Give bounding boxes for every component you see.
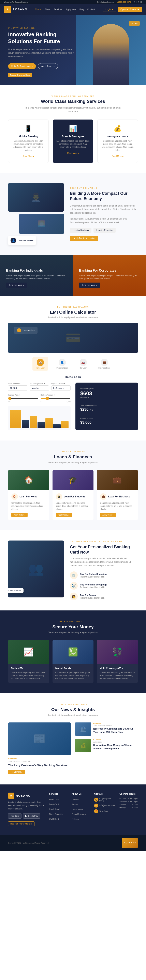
apply-today-button[interactable]: Apply Today ▷	[38, 63, 58, 69]
apply-account-button[interactable]: Apply For An Account ▸	[70, 235, 98, 241]
footer-press-link[interactable]: Press Releases	[72, 813, 86, 815]
app-store-btn[interactable]: App Store	[8, 813, 22, 819]
footer-news-link[interactable]: Latest News	[72, 808, 83, 810]
mobile-banking-readmore[interactable]: Read More ▸	[22, 155, 34, 158]
news-subtitle: Amet elit adipiscing dignissim molestiae…	[8, 714, 138, 716]
nav-contact[interactable]: Contact	[87, 8, 95, 11]
female-icon: 👩	[70, 593, 78, 600]
nav-home[interactable]: Home	[36, 8, 41, 11]
day-2: Saturday	[119, 800, 127, 803]
individuals-btn[interactable]: Find Out More ▸	[6, 283, 27, 288]
economy-title: Building A More Compact Our Future Econo…	[70, 191, 138, 201]
footer-fixed-link[interactable]: Fixed Deposits	[49, 813, 63, 815]
leasing-solutions-button[interactable]: Leasing Solutions	[70, 228, 92, 233]
personal-content: GET YOUR PERSONALIZED BANKING CARD Get Y…	[70, 541, 138, 600]
branch-strategies-title: Branch Strategies	[56, 135, 90, 138]
tab-car-loan[interactable]: 🚗 Car Loan	[76, 357, 90, 371]
calc-inputs: Loan Amount ● No. of Payments ● Payment …	[8, 383, 71, 391]
time-1: 9 am - 6 pm	[128, 797, 138, 800]
footer-debit-link[interactable]: Debit Card	[49, 803, 59, 806]
footer-credit-link[interactable]: Credit Card	[49, 808, 60, 810]
footer-company-col: R ROSANO Amet elit adipiscing malesuada …	[8, 792, 45, 826]
emi-section: EMI ONLINE CALCULATOR EMI Online Calcula…	[0, 296, 146, 441]
emi-tag: EMI ONLINE CALCULATOR	[8, 306, 138, 308]
footer-contact-title: Contact	[94, 792, 115, 795]
payments-input[interactable]	[30, 385, 49, 391]
services-grid: 📱 Mobile Banking Consectetur adipiscing …	[8, 119, 138, 163]
trades-desc: Consectetur adipiscing elit. Nam ipsum d…	[11, 671, 46, 680]
mobile-banking-title: Mobile Banking	[11, 135, 45, 138]
interest-rate-slider[interactable]	[8, 397, 38, 400]
payment-mode-input[interactable]	[51, 385, 71, 391]
instagram-icon[interactable]: ig	[140, 1, 142, 3]
loans-section: LOANS & FINANCES Loans & Finances Blandi…	[0, 441, 146, 530]
tab-business-loan[interactable]: 💼 Business Loan	[95, 357, 113, 371]
balloon-amount-group: Balloon Amount $3,000	[80, 418, 133, 425]
student-loan-apply-btn[interactable]: Apply Today ▸	[56, 513, 72, 517]
secure-card-currency: 💱 Multi Currency A/Cs Consectetur adipis…	[97, 640, 138, 683]
payment-option-offline: ✈️ Pay for offline Shoppings Proin vulpu…	[70, 582, 138, 590]
nav-about[interactable]: About	[45, 8, 50, 11]
home-loan-icon: 🏠	[11, 493, 18, 500]
google-play-btn[interactable]: ▶ Google Play	[23, 813, 40, 819]
shopping-icon: 🛒	[70, 571, 78, 579]
business-loan-desc: Consectetur adipiscing elit. Nam ipsum d…	[100, 501, 135, 511]
contact-email-address: info@rosano.com	[99, 804, 115, 807]
tab-home-loan[interactable]: 🏠 Home Loan	[33, 357, 49, 371]
news-item-1-tag: BANKING	[93, 722, 138, 724]
home-loan-image: 🏠	[8, 470, 49, 490]
industry-expertise-button[interactable]: Industry Expertise	[94, 228, 115, 233]
loans-title: Loans & Finances	[8, 454, 138, 460]
nav-services[interactable]: Services	[54, 8, 62, 11]
total-interest-label: Total Interest Amount	[80, 404, 133, 407]
payments-group: No. of Payments ●	[30, 383, 49, 391]
nav-apply[interactable]: Apply Now	[66, 8, 76, 11]
loan-amount-input[interactable]	[8, 385, 27, 391]
mutual-desc: Consectetur adipiscing elit. Nam ipsum d…	[55, 671, 91, 680]
loans-tag: LOANS & FINANCES	[8, 451, 138, 453]
footer-careers-link[interactable]: Careers	[72, 799, 79, 801]
appointment-button[interactable]: Make An Appointment ▸	[8, 63, 36, 69]
mutual-image: 💹	[52, 640, 94, 664]
corporates-btn[interactable]: Find Out More ▸	[79, 283, 100, 288]
tab-personal-loan[interactable]: 👤 Personal Loan	[53, 357, 71, 371]
open-account-button[interactable]: Open An Account ▸	[118, 7, 142, 12]
login-button[interactable]: Login ▼	[103, 7, 116, 12]
news-main-date: JUNE 2023 • 3 COMMENTS	[8, 760, 71, 762]
register-complaint-btn[interactable]: Register Your Complaint	[8, 821, 35, 826]
emi-subtitle: Amet elit adipiscing dignissim molestiae…	[8, 316, 138, 318]
nav-blog[interactable]: Blog	[80, 8, 84, 11]
balloon-slider[interactable]	[41, 397, 71, 400]
hero-image-area: 💳 Card	[76, 15, 146, 85]
banking-for-section: Banking For Individuals Consectetur adip…	[0, 255, 146, 296]
footer-desc: Amet elit adipiscing malesuada dolor sem…	[8, 801, 45, 810]
topbar-phone[interactable]: +1 (234) 565-0075	[116, 1, 131, 3]
footer-umo-link[interactable]: UMO Card	[49, 818, 59, 820]
linkedin-icon[interactable]: in	[138, 1, 139, 3]
saving-accounts-readmore[interactable]: Read More ▸	[112, 155, 123, 158]
footer-policies-link[interactable]: Policies	[72, 818, 78, 820]
facebook-icon[interactable]: f	[134, 1, 135, 3]
tab-home-loan-label: Home Loan	[36, 367, 45, 369]
google-play-label: Google Play	[28, 815, 38, 817]
branch-strategies-readmore[interactable]: Read More ▸	[67, 152, 78, 154]
twitter-icon[interactable]: t	[136, 1, 137, 3]
payments-label: No. of Payments ●	[30, 383, 49, 385]
balloon-amount-value: $3,000	[80, 420, 133, 425]
loan-card-student: 🎓 🎓 Loan For Students Consectetur adipis…	[52, 470, 94, 520]
news-read-more-btn[interactable]: Read More ▸	[8, 770, 25, 774]
secure-card-trades: 📈 Trades FD Consectetur adipiscing elit.…	[8, 640, 49, 683]
app-store-label: App Store	[11, 815, 19, 817]
home-loan-apply-btn[interactable]: Apply Today ▸	[11, 513, 28, 517]
copyright-text: Copyright © 2024 by Rosano. All Rights R…	[8, 842, 49, 844]
currency-image: 💱	[97, 640, 138, 664]
news-sidebar: 🏦 BANKING JUNE 2022 • 3 Comments Never W…	[75, 722, 138, 752]
mobile-banking-desc: Consectetur adipiscing elit. Nam ipsum d…	[11, 140, 45, 152]
business-loan-apply-btn[interactable]: Apply Today ▸	[100, 513, 116, 517]
service-card-mobile: 📱 Mobile Banking Consectetur adipiscing …	[8, 119, 49, 163]
main-nav: Home About Services Apply Now Blog Conta…	[36, 8, 95, 11]
balloon-amount-label: Balloon Amount	[80, 418, 133, 420]
footer-forex-link[interactable]: Forex Card	[49, 799, 59, 801]
hours-row-1: Mon-Fri 9 am - 6 pm	[119, 797, 138, 800]
footer-awards-link[interactable]: Awards	[72, 803, 78, 806]
